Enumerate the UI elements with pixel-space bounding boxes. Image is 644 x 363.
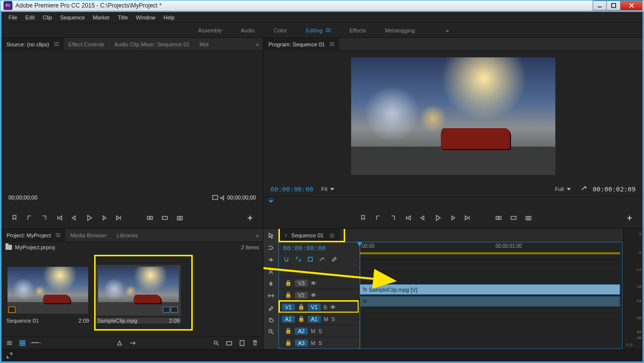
track-source-patch[interactable]: V1 bbox=[282, 304, 295, 311]
toggle-sync-lock-icon[interactable]: ⎘ bbox=[324, 304, 327, 310]
lock-icon[interactable]: 🔒 bbox=[285, 340, 292, 346]
insert-icon[interactable] bbox=[146, 214, 154, 222]
close-button[interactable] bbox=[621, 0, 643, 10]
workspace-metalogging[interactable]: Metalogging bbox=[382, 25, 418, 35]
tabs-overflow[interactable]: » bbox=[252, 229, 263, 241]
toggle-output-icon[interactable]: 👁 bbox=[330, 304, 336, 310]
mark-in-icon[interactable] bbox=[374, 214, 382, 222]
track-header-a3[interactable]: 🔒A3MS bbox=[279, 337, 359, 349]
tab-libraries[interactable]: Libraries bbox=[112, 229, 143, 241]
project-bin[interactable]: Sequence 012:09 SampleClip.mpg2:09 bbox=[1, 253, 263, 336]
tab-media-browser[interactable]: Media Browser bbox=[65, 229, 112, 241]
timeline-clip-audio[interactable]: fx bbox=[360, 296, 620, 307]
timeline-ruler[interactable]: :00:00 00:00:01:00 bbox=[359, 242, 622, 259]
auto-match-icon[interactable] bbox=[129, 339, 136, 347]
new-item-icon[interactable] bbox=[238, 339, 246, 347]
export-frame-icon[interactable] bbox=[524, 214, 532, 222]
find-icon[interactable] bbox=[212, 339, 220, 347]
panel-menu-icon[interactable] bbox=[330, 234, 334, 237]
add-marker-icon[interactable] bbox=[359, 214, 367, 222]
go-to-out-icon[interactable] bbox=[115, 214, 123, 222]
source-tc-left[interactable]: 00;00;00;00 bbox=[8, 194, 37, 200]
icon-view-icon[interactable] bbox=[18, 339, 26, 347]
linked-selection-icon[interactable] bbox=[295, 256, 302, 264]
snap-icon[interactable] bbox=[283, 256, 290, 264]
mute-button[interactable]: M bbox=[311, 328, 315, 334]
slip-tool-icon[interactable] bbox=[267, 292, 275, 300]
tab-effect-controls[interactable]: Effect Controls bbox=[64, 38, 110, 50]
source-monitor[interactable] bbox=[1, 51, 263, 187]
lock-icon[interactable]: 🔒 bbox=[285, 280, 292, 286]
zoom-fit-select[interactable]: Fit bbox=[321, 186, 334, 192]
mark-in-icon[interactable] bbox=[25, 214, 33, 222]
workspace-effects[interactable]: Effects bbox=[347, 25, 369, 35]
new-bin-icon[interactable] bbox=[225, 339, 233, 347]
tab-project[interactable]: Project: MyProject bbox=[1, 229, 65, 241]
toggle-output-icon[interactable]: 👁 bbox=[311, 292, 316, 298]
track-lane-a3[interactable] bbox=[359, 319, 622, 331]
thumbnail-size-icon[interactable]: ◦━━◦ bbox=[31, 339, 39, 347]
mark-out-icon[interactable] bbox=[389, 214, 397, 222]
zoom-tool-icon[interactable] bbox=[267, 328, 275, 336]
lock-icon[interactable]: 🔒 bbox=[285, 328, 292, 334]
button-editor-icon[interactable]: + bbox=[246, 214, 254, 222]
menu-sequence[interactable]: Sequence bbox=[56, 13, 89, 22]
step-back-icon[interactable] bbox=[419, 214, 427, 222]
program-tc-left[interactable]: 00:00:00:00 bbox=[270, 185, 313, 193]
menu-help[interactable]: Help bbox=[159, 13, 179, 22]
minimize-button[interactable] bbox=[593, 0, 607, 10]
timeline-clip-video[interactable]: fxSampleClip.mpg [V] bbox=[360, 284, 620, 295]
work-area-bar[interactable] bbox=[360, 252, 620, 254]
menu-edit[interactable]: Edit bbox=[21, 13, 39, 22]
settings-icon[interactable] bbox=[581, 185, 588, 193]
workspace-audio[interactable]: Audio bbox=[238, 25, 258, 35]
overwrite-icon[interactable] bbox=[161, 214, 169, 222]
add-marker-icon[interactable] bbox=[10, 214, 18, 222]
mark-out-icon[interactable] bbox=[40, 214, 48, 222]
sync-settings-icon[interactable] bbox=[5, 352, 13, 360]
toggle-output-icon[interactable]: 👁 bbox=[311, 280, 316, 286]
workspace-assembly[interactable]: Assembly bbox=[195, 25, 225, 35]
bin-item-clip[interactable]: SampleClip.mpg2:09 bbox=[96, 265, 181, 324]
wrench-icon[interactable] bbox=[331, 256, 338, 264]
tab-audio-clip-mixer[interactable]: Audio Clip Mixer: Sequence 01 bbox=[110, 38, 195, 50]
lift-icon[interactable] bbox=[495, 214, 503, 222]
lock-icon[interactable]: 🔒 bbox=[298, 316, 305, 322]
playhead-icon[interactable]: ⬙ bbox=[268, 197, 273, 203]
timeline-tc[interactable]: 00:00:00:00 bbox=[279, 242, 359, 254]
mute-button[interactable]: M bbox=[324, 316, 328, 322]
program-monitor[interactable] bbox=[263, 51, 643, 182]
trash-icon[interactable] bbox=[251, 339, 259, 347]
step-forward-icon[interactable] bbox=[449, 214, 457, 222]
extract-icon[interactable] bbox=[510, 214, 517, 222]
play-icon[interactable] bbox=[434, 214, 442, 222]
razor-tool-icon[interactable] bbox=[267, 280, 275, 288]
menu-clip[interactable]: Clip bbox=[39, 13, 56, 22]
workspace-color[interactable]: Color bbox=[271, 25, 290, 35]
step-back-icon[interactable] bbox=[70, 214, 78, 222]
go-to-in-icon[interactable] bbox=[55, 214, 63, 222]
menu-title[interactable]: Title bbox=[114, 13, 131, 22]
pen-tool-icon[interactable] bbox=[267, 304, 275, 312]
tab-source[interactable]: Source: (no clips) bbox=[1, 38, 64, 50]
track-header-a2[interactable]: 🔒A2MS bbox=[279, 325, 359, 337]
track-lane-v2[interactable] bbox=[359, 271, 622, 283]
close-tab-icon[interactable]: × bbox=[284, 233, 287, 238]
play-icon[interactable] bbox=[85, 214, 93, 222]
track-header-v1[interactable]: V1🔒V1⎘👁 bbox=[279, 301, 359, 313]
selection-tool-icon[interactable] bbox=[267, 232, 275, 240]
workspace-editing[interactable]: Editing bbox=[303, 25, 334, 35]
list-view-icon[interactable] bbox=[5, 339, 13, 347]
ripple-edit-icon[interactable] bbox=[267, 256, 275, 264]
track-lane-v3[interactable] bbox=[359, 259, 622, 271]
track-header-v2[interactable]: 🔒V2👁 bbox=[279, 289, 359, 301]
lock-icon[interactable]: 🔒 bbox=[298, 304, 305, 310]
titlebar[interactable]: Pr Adobe Premiere Pro CC 2015 - C:\Proje… bbox=[0, 0, 644, 11]
track-source-patch[interactable]: A1 bbox=[282, 316, 295, 323]
workspace-overflow[interactable]: » bbox=[431, 27, 449, 33]
timeline-display-settings-icon[interactable] bbox=[319, 256, 326, 264]
source-tc-right[interactable]: 00;00;00;00 bbox=[227, 194, 256, 200]
drag-video-only-icon[interactable] bbox=[211, 193, 219, 201]
track-lane-v1[interactable]: fxSampleClip.mpg [V] bbox=[359, 283, 622, 295]
track-header-a1[interactable]: A1🔒A1MS bbox=[279, 313, 359, 325]
